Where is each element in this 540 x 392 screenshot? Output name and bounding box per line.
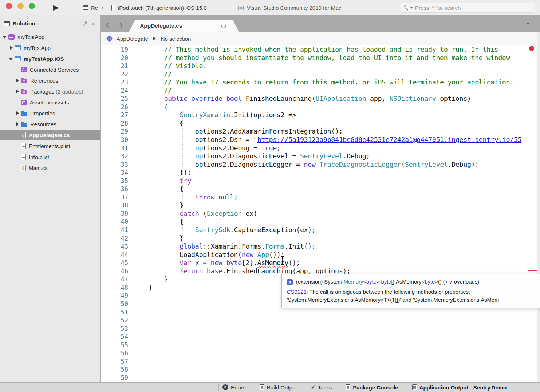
line-number[interactable]: 25 <box>101 95 128 103</box>
code-line-28[interactable]: 28 { <box>101 119 537 128</box>
line-number[interactable]: 20 <box>101 54 128 62</box>
disclosure-closed-icon[interactable] <box>15 89 20 94</box>
disclosure-closed-icon[interactable] <box>15 78 20 83</box>
line-number[interactable]: 33 <box>101 161 128 169</box>
code-line-21[interactable]: 21 // visible. <box>101 62 537 70</box>
line-number[interactable]: 35 <box>101 177 128 185</box>
navigate-back-icon[interactable] <box>106 23 111 28</box>
code-line-51[interactable]: 51 <box>101 308 537 317</box>
statusbar-item-package-console[interactable]: Package Console <box>346 384 398 391</box>
code-line-58[interactable]: 58 <box>101 365 537 374</box>
sidebar-item-packages[interactable]: Packages(2 updates) <box>0 86 100 97</box>
code-line-54[interactable]: 54 <box>101 333 537 341</box>
global-search-field[interactable] <box>400 3 535 13</box>
navigate-forward-icon[interactable] <box>118 23 123 28</box>
line-number[interactable]: 32 <box>101 152 128 161</box>
code-line-25[interactable]: 25 public override bool FinishedLaunchin… <box>101 95 537 103</box>
disclosure-closed-icon[interactable] <box>8 45 14 51</box>
line-number[interactable]: 39 <box>101 210 128 218</box>
breadcrumb-class[interactable]: AppDelegate <box>117 36 148 42</box>
line-number[interactable]: 28 <box>101 119 128 128</box>
disclosure-open-icon[interactable] <box>2 34 8 40</box>
sidebar-item-info-plist[interactable]: Info.plist <box>0 151 100 162</box>
line-number[interactable]: 19 <box>101 45 128 54</box>
line-number[interactable]: 52 <box>101 316 128 325</box>
line-number[interactable]: 55 <box>101 341 128 349</box>
sidebar-item-entitlements-plist[interactable]: Entitlements.plist <box>0 140 100 151</box>
line-number[interactable]: 54 <box>101 333 128 341</box>
code-line-45[interactable]: 45 var x = new byte[2].AsMemory(); <box>101 259 537 267</box>
statusbar-item-errors[interactable]: ×Errors <box>222 384 246 391</box>
line-number[interactable]: 30 <box>101 136 128 144</box>
code-line-56[interactable]: 56 <box>101 349 537 357</box>
disclosure-open-icon[interactable] <box>8 56 14 62</box>
code-editor[interactable]: 19 // This method is invoked when the ap… <box>101 45 537 382</box>
build-config-selector[interactable]: Re <box>83 0 103 15</box>
line-number[interactable]: 44 <box>101 251 128 259</box>
zoom-window-button[interactable] <box>29 3 35 9</box>
line-number[interactable]: 46 <box>101 267 128 276</box>
code-line-39[interactable]: 39 catch (Exception ex) <box>101 210 537 218</box>
device-selector[interactable]: iPod touch (7th generation) iOS 15.0 <box>111 0 207 15</box>
close-window-button[interactable] <box>6 3 12 9</box>
line-number[interactable]: 53 <box>101 325 128 333</box>
line-number[interactable]: 45 <box>101 259 128 267</box>
code-line-37[interactable]: 37 throw null; <box>101 193 537 202</box>
statusbar-item-build-output[interactable]: Build Output <box>260 384 297 391</box>
code-line-41[interactable]: 41 SentrySdk.CaptureException(ex); <box>101 226 537 234</box>
line-number[interactable]: 42 <box>101 234 128 243</box>
scroll-annotation-strip[interactable] <box>537 32 540 382</box>
code-line-22[interactable]: 22 // <box>101 70 537 79</box>
sidebar-item-mytestapp-ios[interactable]: myTestApp.iOS <box>0 53 100 64</box>
search-input[interactable] <box>414 4 532 11</box>
sidebar-item-properties[interactable]: Properties <box>0 108 100 119</box>
line-number[interactable]: 36 <box>101 185 128 193</box>
code-line-31[interactable]: 31 options2.Debug = true; <box>101 144 537 153</box>
tab-appdelegate-cs[interactable]: AppDelegate.cs <box>129 20 239 32</box>
tab-modified-icon[interactable] <box>221 24 226 28</box>
code-line-33[interactable]: 33 options2.DiagnosticLogger = new Trace… <box>101 161 537 169</box>
code-line-52[interactable]: 52 <box>101 316 537 325</box>
line-number[interactable]: 24 <box>101 87 128 95</box>
disclosure-closed-icon[interactable] <box>15 111 20 116</box>
code-line-20[interactable]: 20 // method you should instantiate the … <box>101 54 537 62</box>
code-line-53[interactable]: 53 <box>101 325 537 333</box>
pin-icon[interactable] <box>82 21 88 27</box>
code-line-32[interactable]: 32 options2.DiagnosticLevel = SentryLeve… <box>101 152 537 161</box>
code-line-30[interactable]: 30 options2.Dsn = "https://5a193123a9b84… <box>101 136 537 144</box>
run-button[interactable]: ▶ <box>53 3 59 12</box>
line-number[interactable]: 23 <box>101 78 128 87</box>
line-number[interactable]: 40 <box>101 218 128 226</box>
line-number[interactable]: 38 <box>101 201 128 210</box>
code-line-44[interactable]: 44 LoadApplication(new App()); <box>101 251 537 259</box>
code-line-26[interactable]: 26 { <box>101 103 537 111</box>
line-number[interactable]: 57 <box>101 357 128 366</box>
sidebar-item-references[interactable]: References <box>0 75 100 86</box>
disclosure-closed-icon[interactable] <box>15 122 20 127</box>
code-line-38[interactable]: 38 } <box>101 201 537 210</box>
code-line-24[interactable]: 24 // <box>101 87 537 95</box>
sidebar-item-assets-xcassets[interactable]: Assets.xcassets <box>0 97 100 108</box>
line-number[interactable]: 59 <box>101 374 128 382</box>
line-number[interactable]: 26 <box>101 103 128 111</box>
line-number[interactable]: 34 <box>101 169 128 177</box>
line-number[interactable]: 31 <box>101 144 128 153</box>
code-line-34[interactable]: 34 }); <box>101 169 537 177</box>
line-number[interactable]: 49 <box>101 292 128 300</box>
sidebar-item-mytestapp[interactable]: myTestApp <box>0 42 100 53</box>
line-number[interactable]: 58 <box>101 365 128 374</box>
code-line-40[interactable]: 40 { <box>101 218 537 226</box>
code-line-29[interactable]: 29 options2.AddXamarinFormsIntegration()… <box>101 127 537 136</box>
code-line-55[interactable]: 55 <box>101 341 537 349</box>
code-line-57[interactable]: 57 <box>101 357 537 366</box>
code-line-36[interactable]: 36 { <box>101 185 537 193</box>
line-number[interactable]: 51 <box>101 308 128 317</box>
code-line-42[interactable]: 42 } <box>101 234 537 243</box>
sidebar-item-main-cs[interactable]: Main.cs <box>0 162 100 173</box>
line-number[interactable]: 27 <box>101 111 128 119</box>
line-number[interactable]: 37 <box>101 193 128 202</box>
sidebar-item-resources[interactable]: Resources <box>0 119 100 130</box>
minimize-window-button[interactable] <box>17 3 24 9</box>
line-number[interactable]: 43 <box>101 242 128 251</box>
line-number[interactable]: 47 <box>101 275 128 284</box>
